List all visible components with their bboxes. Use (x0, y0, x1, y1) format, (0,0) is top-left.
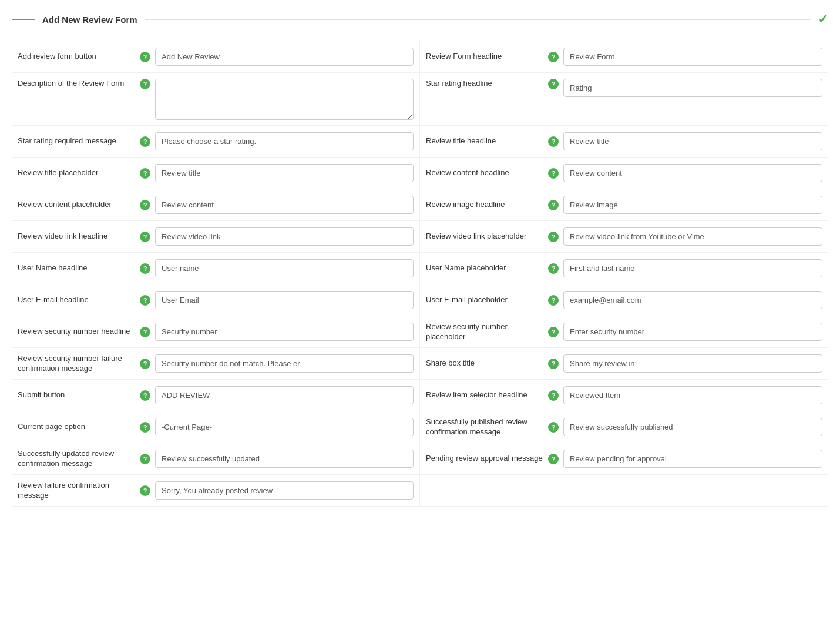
input-review-title-placeholder[interactable] (155, 164, 414, 182)
input-successfully-updated-review[interactable] (155, 450, 414, 468)
help-icon-review-failure-confirmation[interactable]: ? (140, 485, 150, 496)
input-current-page-option[interactable] (155, 418, 414, 436)
input-pending-review-approval[interactable] (563, 450, 822, 468)
input-review-form-headline[interactable] (563, 48, 822, 66)
input-star-rating-required-message[interactable] (155, 132, 414, 150)
form-grid: Add review form button?Review Form headl… (12, 41, 828, 507)
help-icon-description-review-form[interactable]: ? (140, 79, 150, 89)
label-user-name-placeholder: User Name placeholder (426, 263, 543, 273)
help-icon-review-item-selector-headline[interactable]: ? (548, 390, 559, 401)
row-left-review-video-link-headline: Review video link headline? (12, 221, 420, 253)
label-review-security-number-failure: Review security number failure confirmat… (18, 354, 135, 374)
row-right-review-image-headline: Review image headline? (420, 189, 828, 221)
input-description-review-form[interactable] (155, 79, 414, 120)
label-review-security-number-headline: Review security number headline (18, 327, 135, 337)
input-user-name-placeholder[interactable] (563, 259, 822, 277)
input-review-image-headline[interactable] (563, 196, 822, 214)
page-title: Add New Review Form (42, 15, 137, 25)
label-review-image-headline: Review image headline (426, 200, 543, 210)
help-icon-review-security-number-failure[interactable]: ? (140, 359, 150, 369)
row-right-review-item-selector-headline: Review item selector headline? (420, 380, 828, 411)
input-review-failure-confirmation[interactable] (155, 481, 414, 500)
input-review-item-selector-headline[interactable] (563, 386, 822, 404)
row-left-review-failure-confirmation: Review failure confirmation message? (12, 475, 420, 507)
input-user-name-headline[interactable] (155, 259, 414, 277)
help-icon-user-name-placeholder[interactable]: ? (548, 263, 559, 274)
help-icon-review-title-placeholder[interactable]: ? (140, 168, 150, 179)
label-review-content-headline: Review content headline (426, 168, 543, 178)
help-icon-user-email-headline[interactable]: ? (140, 295, 150, 306)
input-user-email-placeholder[interactable] (563, 291, 822, 309)
label-review-failure-confirmation: Review failure confirmation message (18, 481, 135, 501)
input-review-security-number-headline[interactable] (155, 323, 414, 341)
label-user-email-placeholder: User E-mail placeholder (426, 295, 543, 305)
row-right-share-box-title: Share box title? (420, 348, 828, 380)
help-icon-review-video-link-placeholder[interactable]: ? (548, 232, 559, 242)
row-right-review-content-headline: Review content headline? (420, 158, 828, 189)
input-submit-button[interactable] (155, 386, 414, 404)
help-icon-review-security-number-placeholder[interactable]: ? (548, 327, 559, 337)
label-review-title-headline: Review title headline (426, 136, 543, 146)
row-right-star-rating-headline: Star rating headline? (420, 73, 828, 126)
help-icon-review-security-number-headline[interactable]: ? (140, 327, 150, 337)
label-submit-button: Submit button (18, 390, 135, 400)
input-user-email-headline[interactable] (155, 291, 414, 309)
input-review-video-link-placeholder[interactable] (563, 227, 822, 246)
label-user-name-headline: User Name headline (18, 263, 135, 273)
row-left-description-review-form: Description of the Review Form? (12, 73, 420, 126)
help-icon-user-name-headline[interactable]: ? (140, 263, 150, 274)
row-right-user-name-placeholder: User Name placeholder? (420, 253, 828, 284)
row-left-user-name-headline: User Name headline? (12, 253, 420, 284)
row-left-submit-button: Submit button? (12, 380, 420, 411)
header-checkmark: ✓ (818, 12, 828, 27)
label-review-form-headline: Review Form headline (426, 52, 543, 62)
row-left-review-security-number-headline: Review security number headline? (12, 316, 420, 348)
help-icon-successfully-published-review[interactable]: ? (548, 422, 559, 433)
help-icon-successfully-updated-review[interactable]: ? (140, 454, 150, 464)
help-icon-pending-review-approval[interactable]: ? (548, 454, 559, 464)
label-current-page-option: Current page option (18, 422, 135, 432)
row-right-review-title-headline: Review title headline? (420, 126, 828, 158)
row-left-successfully-updated-review: Successfully updated review confirmation… (12, 443, 420, 475)
help-icon-star-rating-headline[interactable]: ? (548, 79, 559, 89)
label-review-title-placeholder: Review title placeholder (18, 168, 135, 178)
input-review-title-headline[interactable] (563, 132, 822, 150)
header-line-right (145, 19, 811, 20)
help-icon-review-content-placeholder[interactable]: ? (140, 200, 150, 210)
label-star-rating-headline: Star rating headline (426, 79, 543, 89)
row-left-add-review-form-button: Add review form button? (12, 41, 420, 73)
input-review-content-placeholder[interactable] (155, 196, 414, 214)
help-icon-add-review-form-button[interactable]: ? (140, 52, 150, 62)
label-successfully-updated-review: Successfully updated review confirmation… (18, 449, 135, 469)
row-left-star-rating-required-message: Star rating required message? (12, 126, 420, 158)
input-review-content-headline[interactable] (563, 164, 822, 182)
row-left-review-content-placeholder: Review content placeholder? (12, 189, 420, 221)
help-icon-review-image-headline[interactable]: ? (548, 200, 559, 210)
label-review-item-selector-headline: Review item selector headline (426, 390, 543, 400)
label-share-box-title: Share box title (426, 359, 543, 369)
help-icon-user-email-placeholder[interactable]: ? (548, 295, 559, 306)
help-icon-review-form-headline[interactable]: ? (548, 52, 559, 62)
input-review-video-link-headline[interactable] (155, 227, 414, 246)
input-add-review-form-button[interactable] (155, 48, 414, 66)
row-left-current-page-option: Current page option? (12, 411, 420, 443)
help-icon-review-title-headline[interactable]: ? (548, 136, 559, 147)
label-star-rating-required-message: Star rating required message (18, 136, 135, 146)
help-icon-current-page-option[interactable]: ? (140, 422, 150, 433)
help-icon-share-box-title[interactable]: ? (548, 359, 559, 369)
label-description-review-form: Description of the Review Form (18, 79, 135, 89)
help-icon-star-rating-required-message[interactable]: ? (140, 136, 150, 147)
help-icon-review-content-headline[interactable]: ? (548, 168, 559, 179)
row-right-review-video-link-placeholder: Review video link placeholder? (420, 221, 828, 253)
input-successfully-published-review[interactable] (563, 418, 822, 436)
row-right-review-security-number-placeholder: Review security number placeholder? (420, 316, 828, 348)
input-review-security-number-placeholder[interactable] (563, 323, 822, 341)
row-left-review-title-placeholder: Review title placeholder? (12, 158, 420, 189)
input-share-box-title[interactable] (563, 354, 822, 373)
label-review-content-placeholder: Review content placeholder (18, 200, 135, 210)
input-star-rating-headline[interactable] (563, 79, 822, 97)
help-icon-submit-button[interactable]: ? (140, 390, 150, 401)
input-review-security-number-failure[interactable] (155, 354, 414, 373)
help-icon-review-video-link-headline[interactable]: ? (140, 232, 150, 242)
row-right-successfully-published-review: Successfully published review confirmati… (420, 411, 828, 443)
